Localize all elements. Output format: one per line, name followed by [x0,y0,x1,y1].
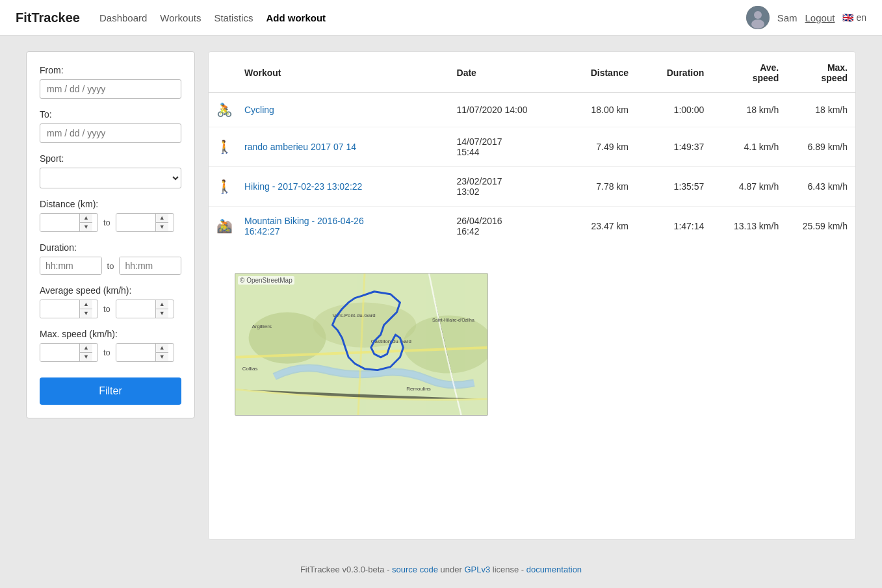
max-speed-max-up[interactable]: ▲ [156,344,168,353]
max-speed-label: Max. speed (km/h): [40,329,181,339]
workout-link[interactable]: Hiking - 2017-02-23 13:02:22 [244,181,362,192]
distance-max-down[interactable]: ▼ [156,223,168,231]
footer-source-link[interactable]: source code [392,565,438,574]
language-selector[interactable]: 🇬🇧 en [842,12,866,23]
svg-point-2 [751,19,764,29]
avg-speed-min-field[interactable] [40,300,79,318]
logout-button[interactable]: Logout [805,12,835,23]
avg-speed-range: ▲ ▼ to ▲ ▼ [40,300,181,318]
to-group: To: [40,109,181,143]
distance-min-spinner: ▲ ▼ [79,214,92,231]
distance-max-up[interactable]: ▲ [156,214,168,223]
distance-max-spinner: ▲ ▼ [155,214,168,231]
workout-date-cell: 23/02/201713:02 [449,167,561,207]
workout-ave-speed-cell: 4.87 km/h [712,167,786,207]
avg-speed-group: Average speed (km/h): ▲ ▼ to ▲ ▼ [40,285,181,318]
footer: FitTrackee v0.3.0-beta - source code und… [0,556,882,583]
map-copyright: © OpenStreetMap [238,276,294,285]
distance-group: Distance (km): ▲ ▼ to ▲ ▼ [40,199,181,232]
mtb-icon: 🚵 [216,219,233,233]
to-input[interactable] [40,123,181,143]
footer-brand: FitTrackee [300,565,340,574]
max-speed-min-spinner: ▲ ▼ [79,344,92,361]
filter-button[interactable]: Filter [40,377,181,405]
navbar: FitTrackee Dashboard Workouts Statistics… [0,0,882,36]
workout-name-cell: Hiking - 2017-02-23 13:02:22 [237,167,449,207]
distance-max-input: ▲ ▼ [116,213,174,232]
table-row: 🚶 rando amberieu 2017 07 14 14/07/201715… [209,127,855,167]
hiking-icon: 🚶 [216,140,233,154]
workout-icon-cell: 🚵 [209,207,237,246]
nav-links: Dashboard Workouts Statistics Add workou… [99,12,746,23]
svg-text:Collias: Collias [242,366,258,372]
avg-speed-max-spinner: ▲ ▼ [155,300,168,318]
avg-speed-max-up[interactable]: ▲ [156,300,168,309]
avg-speed-min-up[interactable]: ▲ [80,300,92,309]
distance-range: ▲ ▼ to ▲ ▼ [40,213,181,232]
distance-min-down[interactable]: ▼ [80,223,92,231]
max-speed-min-down[interactable]: ▼ [80,353,92,361]
nav-statistics[interactable]: Statistics [214,12,253,23]
nav-workouts[interactable]: Workouts [160,12,201,23]
sport-label: Sport: [40,153,181,164]
max-speed-max-input: ▲ ▼ [116,343,174,362]
workout-icon-cell: 🚴 [209,93,237,127]
duration-to-field[interactable] [120,257,181,274]
col-header-workout: Workout [237,52,449,93]
avg-speed-to-text: to [103,304,110,314]
table-body: 🚴 Cycling 11/07/2020 14:00 18.00 km 1:00… [209,93,855,246]
max-speed-max-down[interactable]: ▼ [156,353,168,361]
workout-ave-speed-cell: 18 km/h [712,93,786,127]
table-row: 🚴 Cycling 11/07/2020 14:00 18.00 km 1:00… [209,93,855,127]
workout-date-cell: 26/04/201616:42 [449,207,561,246]
workout-distance-cell: 23.47 km [561,207,636,246]
workout-duration-cell: 1:49:37 [636,127,712,167]
distance-min-input: ▲ ▼ [40,213,98,232]
username: Sam [777,12,798,23]
nav-dashboard[interactable]: Dashboard [99,12,147,23]
footer-license-link[interactable]: GPLv3 [464,565,490,574]
max-speed-max-field[interactable] [116,344,155,361]
table-row: 🚶 Hiking - 2017-02-23 13:02:22 23/02/201… [209,167,855,207]
workout-max-speed-cell: 18 km/h [786,93,855,127]
sport-select[interactable]: Cycling Hiking Mountain Biking [40,168,181,188]
footer-docs-link[interactable]: documentation [526,565,582,574]
max-speed-min-field[interactable] [40,344,79,361]
from-input[interactable] [40,79,181,99]
workout-distance-cell: 18.00 km [561,93,636,127]
max-speed-min-up[interactable]: ▲ [80,344,92,353]
max-speed-min-input: ▲ ▼ [40,343,98,362]
footer-text2: license - [493,565,526,574]
workout-max-speed-cell: 6.43 km/h [786,167,855,207]
from-group: From: [40,65,181,99]
avg-speed-max-down[interactable]: ▼ [156,309,168,318]
workout-ave-speed-cell: 13.13 km/h [712,207,786,246]
svg-text:Argilliers: Argilliers [252,324,272,329]
workout-distance-cell: 7.78 km [561,167,636,207]
max-speed-range: ▲ ▼ to ▲ ▼ [40,343,181,362]
distance-label: Distance (km): [40,199,181,209]
distance-min-field[interactable] [40,214,79,231]
workout-link[interactable]: Mountain Biking - 2016-04-2616:42:27 [244,216,364,236]
workout-link[interactable]: rando amberieu 2017 07 14 [244,142,356,152]
svg-text:Remoulins: Remoulins [406,386,430,392]
workout-link[interactable]: Cycling [244,105,274,115]
duration-from-field[interactable] [40,257,101,274]
distance-to-text: to [103,218,110,227]
col-header-ave-speed: Ave.speed [712,52,786,93]
workout-icon-cell: 🚶 [209,127,237,167]
footer-version: v0.3.0-beta [342,565,384,574]
workout-name-cell: Mountain Biking - 2016-04-2616:42:27 [237,207,449,246]
workout-duration-cell: 1:47:14 [636,207,712,246]
distance-max-field[interactable] [116,214,155,231]
map-svg: Argilliers Collias Vers-Pont-du-Gard Cas… [235,274,487,415]
avg-speed-min-down[interactable]: ▼ [80,309,92,318]
brand-logo[interactable]: FitTrackee [16,10,80,25]
nav-add-workout[interactable]: Add workout [266,12,326,23]
duration-to-text: to [107,261,114,271]
max-speed-to-text: to [103,348,110,357]
distance-min-up[interactable]: ▲ [80,214,92,223]
avg-speed-max-field[interactable] [116,300,155,318]
flag-icon: 🇬🇧 [842,12,853,23]
duration-range: to [40,257,181,275]
